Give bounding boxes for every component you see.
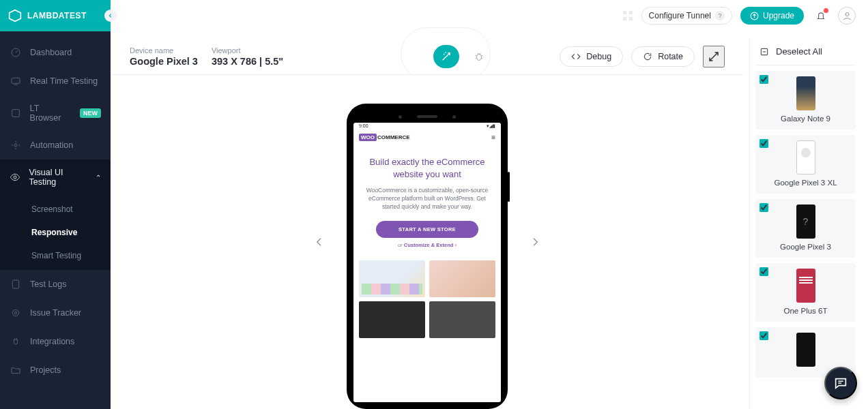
- preview-canvas: 9:00 ▾◢▮ WOO COMMERCE ≡ Build exactly th…: [111, 75, 744, 409]
- browser-icon: [10, 107, 22, 119]
- plug-icon: [10, 335, 22, 348]
- sidebar-item-label: Automation: [30, 140, 73, 150]
- svg-point-8: [14, 312, 16, 314]
- svg-rect-10: [629, 11, 633, 14]
- svg-point-4: [14, 144, 17, 147]
- phone-screen[interactable]: 9:00 ▾◢▮ WOO COMMERCE ≡ Build exactly th…: [353, 123, 501, 402]
- upgrade-button[interactable]: Upgrade: [740, 7, 804, 25]
- showcase-thumb[interactable]: [429, 301, 495, 338]
- device-checkbox[interactable]: [760, 267, 768, 276]
- rotate-label: Rotate: [658, 52, 683, 61]
- cta-button[interactable]: START A NEW STORE: [376, 221, 478, 238]
- svg-rect-2: [12, 78, 20, 83]
- sidebar-item-ltbrowser[interactable]: LT Browser NEW: [0, 95, 111, 131]
- dashboard-icon: [10, 46, 22, 59]
- user-avatar[interactable]: [838, 7, 856, 25]
- upgrade-label: Upgrade: [763, 11, 794, 20]
- right-controls: Debug Rotate: [560, 46, 725, 67]
- subnav-screenshot[interactable]: Screenshot: [0, 198, 111, 221]
- subnav-responsive[interactable]: Responsive: [0, 221, 111, 244]
- viewport-block: Viewport 393 X 786 | 5.5": [212, 46, 283, 67]
- device-card-note9[interactable]: Galaxy Note 9: [755, 71, 856, 130]
- device-card-label: Google Pixel 3 XL: [760, 179, 852, 187]
- visualui-subnav: Screenshot Responsive Smart Testing: [0, 195, 111, 270]
- sidebar-item-automation[interactable]: Automation: [0, 131, 111, 160]
- deselect-icon: [760, 47, 769, 57]
- center-controls: [433, 45, 492, 68]
- sidebar-item-dashboard[interactable]: Dashboard: [0, 38, 111, 67]
- sidebar-item-label: Issue Tracker: [30, 308, 81, 318]
- device-name-label: Device name: [130, 46, 198, 55]
- status-bar: 9:00 ▾◢▮: [353, 123, 501, 131]
- realtime-icon: [10, 75, 22, 87]
- chat-button[interactable]: [824, 367, 857, 399]
- eye-icon: [10, 171, 21, 183]
- device-checkbox[interactable]: [760, 331, 768, 340]
- sidebar-collapse-button[interactable]: [104, 10, 117, 22]
- debug-button[interactable]: Debug: [560, 46, 623, 67]
- bug-icon: [474, 51, 484, 62]
- device-card-pixel3xl[interactable]: Google Pixel 3 XL: [755, 135, 856, 194]
- svg-point-15: [477, 54, 482, 60]
- chat-icon: [833, 376, 848, 391]
- device-thumb-icon: [796, 140, 815, 175]
- sidebar-item-integrations[interactable]: Integrations: [0, 327, 111, 356]
- brand-label: LAMBDATEST: [27, 11, 87, 20]
- folder-icon: [10, 364, 22, 376]
- sidebar-item-label: Real Time Testing: [30, 76, 98, 86]
- rotate-button[interactable]: Rotate: [631, 46, 695, 67]
- sidebar-item-label: Test Logs: [30, 279, 67, 289]
- chevron-up-icon: ⌃: [96, 174, 101, 181]
- sidebar-item-projects[interactable]: Projects: [0, 356, 111, 384]
- phone-speaker: [353, 110, 501, 123]
- sidebar-item-realtime[interactable]: Real Time Testing: [0, 67, 111, 95]
- device-checkbox[interactable]: [760, 203, 768, 212]
- status-icons: ▾◢▮: [487, 123, 495, 130]
- device-thumb-icon: [796, 204, 815, 239]
- showcase-thumb[interactable]: [359, 301, 425, 338]
- subheader: Device name Google Pixel 3 Viewport 393 …: [111, 38, 744, 75]
- thumbnail-grid: [353, 254, 501, 338]
- deselect-all-button[interactable]: Deselect All: [755, 38, 856, 65]
- device-card-label: Google Pixel 3: [760, 243, 852, 251]
- sidebar-item-testlogs[interactable]: Test Logs: [0, 270, 111, 299]
- sidebar-item-visualui[interactable]: Visual UI Testing ⌃: [0, 160, 111, 195]
- sidebar-item-issuetracker[interactable]: Issue Tracker: [0, 299, 111, 327]
- next-device-button[interactable]: [524, 231, 546, 253]
- logs-icon: [10, 278, 22, 290]
- phone-frame: 9:00 ▾◢▮ WOO COMMERCE ≡ Build exactly th…: [347, 104, 508, 409]
- device-card-oneplus6t[interactable]: One Plus 6T: [755, 263, 856, 322]
- device-name-value: Google Pixel 3: [130, 56, 198, 67]
- notifications-button[interactable]: [812, 7, 830, 25]
- device-checkbox[interactable]: [760, 75, 768, 84]
- device-card-pixel3[interactable]: Google Pixel 3: [755, 199, 856, 258]
- new-badge: NEW: [80, 108, 101, 118]
- subnav-smart-testing[interactable]: Smart Testing: [0, 244, 111, 267]
- device-card-label: Galaxy Note 9: [760, 115, 852, 123]
- svg-point-5: [14, 176, 16, 179]
- apps-grid-icon[interactable]: [622, 10, 633, 21]
- device-checkbox[interactable]: [760, 139, 768, 148]
- hamburger-icon[interactable]: ≡: [491, 134, 495, 141]
- user-icon: [842, 11, 852, 21]
- showcase-thumb[interactable]: [429, 260, 495, 297]
- configure-tunnel-button[interactable]: Configure Tunnel ?: [641, 7, 732, 25]
- chevron-right-icon: [530, 237, 540, 247]
- prev-device-button[interactable]: [308, 231, 330, 253]
- svg-rect-12: [629, 17, 633, 20]
- automation-icon: [10, 139, 22, 151]
- gear-icon: [10, 307, 22, 319]
- help-icon: ?: [715, 11, 725, 20]
- customize-link[interactable]: or Customize & Extend ›: [363, 242, 491, 248]
- showcase-thumb[interactable]: [359, 260, 425, 297]
- status-time: 9:00: [359, 123, 368, 130]
- hero-section: Build exactly the eCommerce website you …: [353, 144, 501, 254]
- fullscreen-button[interactable]: [703, 46, 725, 67]
- sidebar-item-label: Projects: [30, 365, 61, 375]
- logo-icon: [8, 9, 22, 22]
- device-thumb-icon: [796, 333, 815, 367]
- hero-subtitle: WooCommerce is a customizable, open-sour…: [363, 187, 491, 211]
- wand-button[interactable]: [433, 45, 459, 68]
- sidebar-nav: Dashboard Real Time Testing LT Browser N…: [0, 31, 111, 384]
- bug-button[interactable]: [466, 45, 492, 68]
